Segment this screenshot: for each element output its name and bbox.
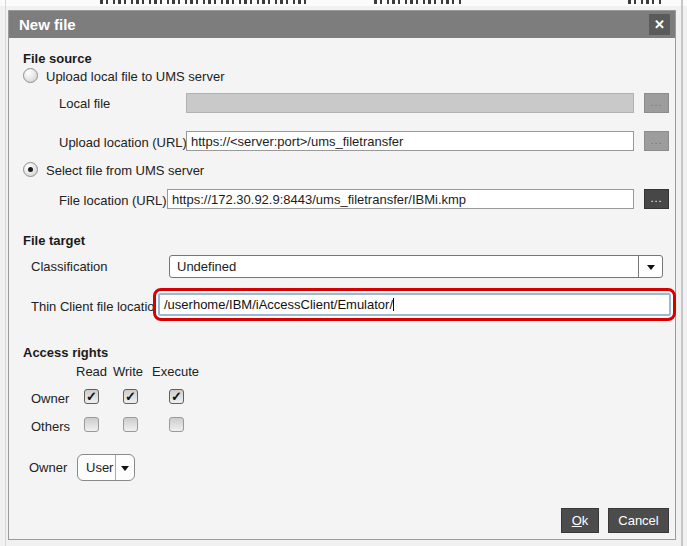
- classification-select[interactable]: Undefined: [169, 255, 663, 278]
- owner-write-checkbox[interactable]: ✓: [123, 389, 138, 404]
- radio-upload-local-file[interactable]: [23, 68, 38, 83]
- owner-select[interactable]: User: [77, 454, 135, 481]
- cancel-button-label: Cancel: [618, 509, 658, 532]
- close-button[interactable]: ✕: [649, 14, 670, 35]
- access-rights-heading: Access rights: [23, 345, 108, 360]
- owner-execute-checkbox[interactable]: ✓: [169, 389, 184, 404]
- upload-location-label: Upload location (URL): [59, 135, 187, 150]
- local-file-browse-button: ...: [644, 93, 669, 113]
- column-header-execute: Execute: [152, 364, 199, 379]
- classification-value: Undefined: [177, 256, 236, 277]
- thin-client-location-label: Thin Client file location: [31, 299, 162, 314]
- dialog-title: New file: [19, 11, 76, 38]
- chevron-down-icon: [121, 466, 129, 471]
- background-panel-border: [681, 0, 683, 546]
- file-target-heading: File target: [23, 233, 85, 248]
- file-location-label: File location (URL): [59, 193, 167, 208]
- red-highlight-annotation: /userhome/IBM/iAccessClient/Emulator/: [153, 288, 676, 321]
- chevron-down-icon: [647, 265, 655, 270]
- thin-client-location-input[interactable]: /userhome/IBM/iAccessClient/Emulator/: [158, 293, 671, 316]
- text-caret: [393, 298, 394, 311]
- owner-select-value: User: [86, 455, 113, 480]
- new-file-dialog: New file ✕ File source Upload local file…: [8, 10, 676, 540]
- dialog-titlebar: New file ✕: [9, 11, 675, 38]
- local-file-input: [186, 93, 634, 113]
- others-write-checkbox[interactable]: [123, 417, 138, 432]
- ok-button[interactable]: Ok: [561, 508, 599, 533]
- owner-row-label: Owner: [31, 391, 69, 406]
- classification-label: Classification: [31, 259, 108, 274]
- owner-select-label: Owner: [29, 460, 67, 475]
- clipped-background-text: [100, 0, 306, 4]
- local-file-label: Local file: [59, 96, 110, 111]
- upload-location-browse-button: ...: [644, 131, 669, 151]
- cancel-button[interactable]: Cancel: [608, 508, 669, 533]
- column-header-write: Write: [113, 364, 143, 379]
- others-execute-checkbox[interactable]: [169, 417, 184, 432]
- radio-upload-local-file-label[interactable]: Upload local file to UMS server: [46, 69, 224, 84]
- close-icon: ✕: [654, 17, 665, 32]
- owner-read-checkbox[interactable]: ✓: [84, 389, 99, 404]
- file-location-browse-button[interactable]: ...: [644, 189, 669, 209]
- classification-arrow-button[interactable]: [638, 256, 662, 277]
- clipped-background-text: [628, 0, 664, 4]
- radio-select-from-ums-label[interactable]: Select file from UMS server: [46, 163, 204, 178]
- owner-select-arrow-button[interactable]: [115, 455, 134, 480]
- others-read-checkbox[interactable]: [84, 417, 99, 432]
- file-source-heading: File source: [23, 51, 92, 66]
- others-row-label: Others: [31, 419, 70, 434]
- thin-client-location-value: /userhome/IBM/iAccessClient/Emulator/: [164, 297, 393, 312]
- upload-location-input[interactable]: [186, 131, 634, 151]
- clipped-background-text: [374, 0, 462, 4]
- radio-select-from-ums[interactable]: [23, 162, 38, 177]
- ok-button-label: Ok: [572, 509, 589, 532]
- background-panel-border: [5, 0, 6, 546]
- column-header-read: Read: [76, 364, 107, 379]
- file-location-input[interactable]: [167, 189, 634, 209]
